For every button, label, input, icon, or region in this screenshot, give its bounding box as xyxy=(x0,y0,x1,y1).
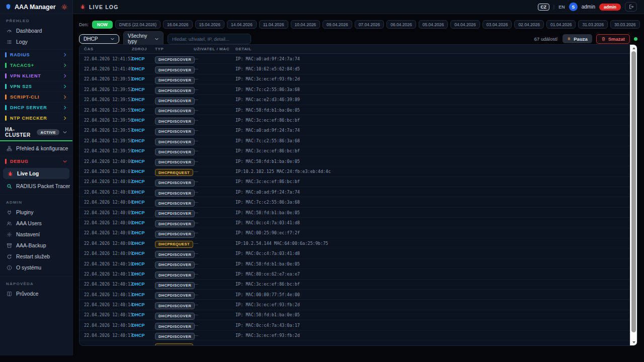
log-detail: IP: MAC:0c:c4:7a:43:0a:17 xyxy=(235,323,637,328)
log-detail: IP: MAC:10:62:e5:62:84:d5 xyxy=(235,66,637,71)
log-row[interactable]: 22.04.2026 12:40:06 DHCP DHCPDISCOVER — … xyxy=(79,218,637,228)
list-icon xyxy=(6,39,12,45)
lang-switch-cz[interactable]: CZ xyxy=(538,4,549,11)
day-pill[interactable]: 01.04.2026 xyxy=(546,20,576,29)
log-row[interactable]: 22.04.2026 12:39:59 DHCP DHCPDISCOVER — … xyxy=(79,146,637,156)
day-pill[interactable]: 02.04.2026 xyxy=(514,20,544,29)
log-row[interactable]: 22.04.2026 12:40:08 DHCP DHCPREQUEST — I… xyxy=(79,238,637,248)
log-row[interactable]: 22.04.2026 12:41:49 DHCP DHCPDISCOVER — … xyxy=(79,64,637,74)
log-row[interactable]: 22.04.2026 12:40:05 DHCP DHCPDISCOVER — … xyxy=(79,208,637,218)
log-detail: IP: MAC:a0:ad:9f:24:7a:74 xyxy=(235,56,637,61)
log-row[interactable]: 22.04.2026 12:40:16 DHCP DHCPDISCOVER — … xyxy=(79,320,637,330)
sidebar-item-aaa-users[interactable]: AAA Users xyxy=(0,218,72,229)
log-row[interactable]: 22.04.2026 12:39:51 DHCP DHCPDISCOVER — … xyxy=(79,74,637,84)
day-pill[interactable]: 16.04.2026 xyxy=(163,20,193,29)
log-row[interactable]: 22.04.2026 12:39:52 DHCP DHCPDISCOVER — … xyxy=(79,84,637,95)
scrollbar-thumb[interactable] xyxy=(631,51,636,332)
log-row[interactable]: 22.04.2026 12:40:13 DHCP DHCPDISCOVER — … xyxy=(79,290,637,300)
log-row[interactable]: 22.04.2026 12:39:53 DHCP DHCPDISCOVER — … xyxy=(79,95,637,105)
group-label: VPN S2S xyxy=(10,84,32,89)
sidebar-group-script-cli[interactable]: SCRIPT-CLI xyxy=(0,92,72,102)
log-row[interactable]: 22.04.2026 12:40:00 DHCP DHCPDISCOVER — … xyxy=(79,156,637,166)
log-user: — xyxy=(194,169,235,174)
log-row[interactable]: 22.04.2026 12:40:12 DHCP DHCPDISCOVER — … xyxy=(79,280,637,290)
log-row[interactable]: 22.04.2026 12:40:03 DHCP DHCPDISCOVER — … xyxy=(79,187,637,197)
log-row[interactable]: 22.04.2026 12:40:10 DHCP DHCPDISCOVER — … xyxy=(79,259,637,269)
day-pill[interactable]: DNES (22.04.2026) xyxy=(115,20,160,29)
log-user: — xyxy=(194,282,235,287)
group-color-bar xyxy=(5,116,7,121)
log-detail: IP: MAC:58:fd:b1:ba:0e:05 xyxy=(235,312,637,317)
lang-switch-en[interactable]: EN xyxy=(558,5,565,10)
sidebar-item-label: Nastavení xyxy=(16,231,40,237)
log-row[interactable]: 22.04.2026 12:40:09 DHCP DHCPDISCOVER — … xyxy=(79,248,637,258)
table-scrollbar[interactable] xyxy=(630,45,637,345)
day-pill[interactable]: 14.04.2026 xyxy=(227,20,257,29)
sidebar-group-debug[interactable]: DEBUG xyxy=(0,156,72,166)
log-row[interactable]: 22.04.2026 12:39:56 DHCP DHCPDISCOVER — … xyxy=(79,115,637,125)
sidebar-item-label: AAA-Backup xyxy=(16,242,46,248)
log-row[interactable]: 22.04.2026 12:40:15 DHCP DHCPDISCOVER — … xyxy=(79,310,637,320)
day-pill[interactable]: 09.04.2026 xyxy=(323,20,352,29)
log-row[interactable]: 22.04.2026 12:40:07 DHCP DHCPDISCOVER — … xyxy=(79,228,637,238)
sidebar-item-pr-vodce[interactable]: Průvodce xyxy=(0,288,72,299)
log-row[interactable]: 22.04.2026 12:39:57 DHCP DHCPDISCOVER — … xyxy=(79,126,637,136)
log-user: — xyxy=(194,138,235,143)
scrollbar-up-arrow[interactable] xyxy=(630,45,637,51)
sidebar-item-p-ehled-konfigurace[interactable]: Přehled & konfigurace xyxy=(0,143,72,154)
log-table: ČAS ZDROJ TYP UŽIVATEL / MAC DETAIL 22.0… xyxy=(79,44,637,346)
sidebar-group-ntp-checker[interactable]: NTP CHECKER xyxy=(0,113,72,123)
log-detail: IP: MAC:ac:e2:d3:46:39:89 xyxy=(235,97,637,102)
log-row[interactable]: 22.04.2026 12:41:52 DHCP DHCPDISCOVER — … xyxy=(79,54,637,64)
day-pill[interactable]: 04.04.2026 xyxy=(450,20,480,29)
log-source: DHCP xyxy=(132,241,155,246)
sidebar-item-aaa-backup[interactable]: AAA-Backup xyxy=(0,240,72,251)
sidebar-item-pluginy[interactable]: Pluginy xyxy=(0,207,72,218)
theme-toggle-sun-icon[interactable] xyxy=(61,4,67,10)
logout-button[interactable] xyxy=(625,2,637,12)
day-pill[interactable]: 03.04.2026 xyxy=(482,20,512,29)
day-pill[interactable]: 11.04.2026 xyxy=(259,20,288,29)
ha-active-badge: ACTIVE xyxy=(37,129,59,135)
source-filter-select[interactable]: DHCP xyxy=(79,34,119,44)
log-row[interactable]: 22.04.2026 12:40:11 DHCP DHCPDISCOVER — … xyxy=(79,269,637,279)
sidebar-group-vpn-s2s[interactable]: VPN S2S xyxy=(0,81,72,92)
sidebar-item-radius-packet-tracer[interactable]: RADIUS Packet Tracer xyxy=(0,180,72,192)
scrollbar-down-arrow[interactable] xyxy=(630,339,637,345)
log-row[interactable]: 22.04.2026 12:40:04 DHCP DHCPDISCOVER — … xyxy=(79,197,637,207)
day-pill[interactable]: 31.03.2026 xyxy=(578,20,608,29)
log-row[interactable]: DHCPREQUEST xyxy=(79,341,637,346)
sidebar-group-dhcp-server[interactable]: DHCP SERVER xyxy=(0,102,72,113)
day-pill[interactable]: 10.04.2026 xyxy=(291,20,320,29)
group-label: VPN KLIENT xyxy=(10,73,41,78)
avatar[interactable]: S xyxy=(569,3,578,11)
sidebar-item-logy[interactable]: Logy xyxy=(0,36,72,47)
log-row[interactable]: 22.04.2026 12:40:01 DHCP DHCPREQUEST — I… xyxy=(79,166,637,176)
sidebar-item-restart-slu-eb[interactable]: Restart služeb xyxy=(0,251,72,262)
sidebar-item-dashboard[interactable]: Dashboard xyxy=(0,25,72,36)
clear-button[interactable]: Smazat xyxy=(596,34,630,44)
pause-button[interactable]: Pauza xyxy=(562,34,592,43)
log-row[interactable]: 22.04.2026 12:39:55 DHCP DHCPDISCOVER — … xyxy=(79,105,637,115)
log-row[interactable]: 22.04.2026 12:40:17 DHCP DHCPDISCOVER — … xyxy=(79,331,637,341)
sidebar-group-radius[interactable]: RADIUS xyxy=(0,49,72,60)
sidebar-item-nastaven[interactable]: Nastavení xyxy=(0,229,72,240)
day-pill-now[interactable]: NOW xyxy=(92,21,113,29)
topbar: AAA Manager LIVE LOG CZ | EN S admin adm… xyxy=(0,0,644,14)
day-pill[interactable]: 05.04.2026 xyxy=(419,20,448,29)
day-pill[interactable]: 06.04.2026 xyxy=(386,20,416,29)
sidebar-item-ha-cluster[interactable]: HA-CLUSTER ACTIVE xyxy=(0,123,72,140)
log-row[interactable]: 22.04.2026 12:39:58 DHCP DHCPDISCOVER — … xyxy=(79,136,637,146)
log-user: — xyxy=(194,292,235,297)
sidebar-item-live-log[interactable]: Live Log xyxy=(3,168,69,179)
day-pill[interactable]: 15.04.2026 xyxy=(195,20,225,29)
log-row[interactable]: 22.04.2026 12:40:02 DHCP DHCPDISCOVER — … xyxy=(79,177,637,187)
log-row[interactable]: 22.04.2026 12:40:14 DHCP DHCPDISCOVER — … xyxy=(79,300,637,310)
log-detail: IP: MAC:58:fd:b1:ba:0e:05 xyxy=(235,210,637,215)
day-pill[interactable]: 07.04.2026 xyxy=(355,20,384,29)
search-input[interactable] xyxy=(168,34,251,44)
day-pill[interactable]: 30.03.2026 xyxy=(610,20,640,29)
sidebar-group-vpn-klient[interactable]: VPN KLIENT xyxy=(0,70,72,81)
sidebar-group-tacacs[interactable]: TACACS+ xyxy=(0,60,72,70)
sidebar-item-o-syst-mu[interactable]: O systému xyxy=(0,262,72,273)
